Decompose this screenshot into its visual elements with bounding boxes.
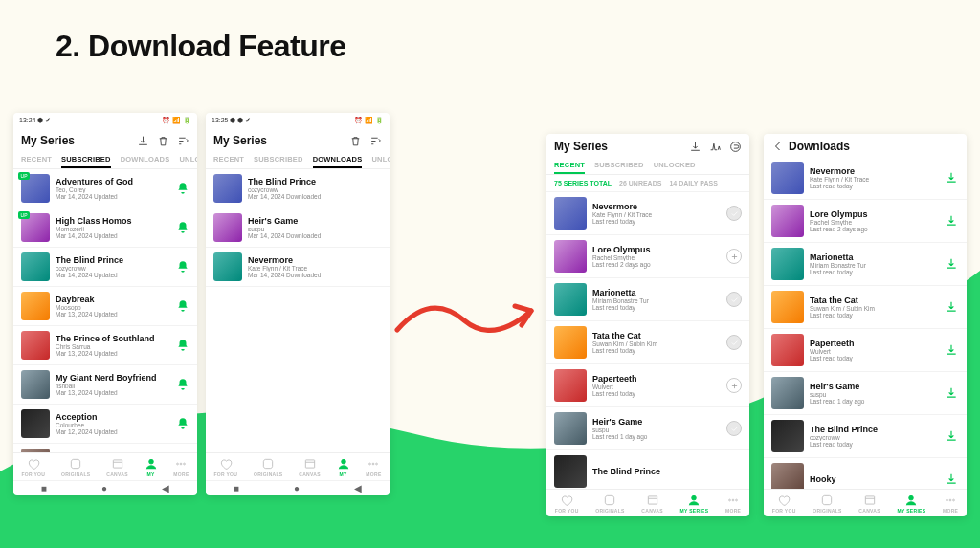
tab-subscribed[interactable]: SUBSCRIBED: [594, 157, 644, 174]
list-item[interactable]: Tata the CatSuwan Kim / Subin KimLast re…: [764, 286, 967, 329]
tab-recent[interactable]: RECENT: [554, 157, 585, 174]
download-icon[interactable]: [944, 428, 959, 444]
text-size-icon[interactable]: [709, 141, 722, 153]
top-tabs[interactable]: RECENT SUBSCRIBED DOWNLOADS UNLOCKED CRE…: [206, 151, 390, 169]
list-item[interactable]: Tata the CatSuwan Kim / Subin KimLast re…: [546, 321, 749, 364]
download-icon[interactable]: [944, 213, 959, 229]
download-icon[interactable]: [944, 299, 959, 315]
list-item[interactable]: MarionettaMíriam Bonastre TurLast read t…: [764, 243, 967, 286]
nav-for-you[interactable]: FOR YOU: [772, 493, 796, 514]
nav-originals[interactable]: ORIGINALS: [254, 457, 282, 477]
list-item[interactable]: My Giant Nerd BoyfriendfishballMar 13, 2…: [13, 365, 197, 405]
nav-for-you[interactable]: FOR YOU: [21, 457, 45, 477]
bottom-nav[interactable]: FOR YOU ORIGINALS CANVAS MY SERIES MORE: [546, 489, 749, 516]
bell-icon[interactable]: [176, 182, 189, 195]
download-icon[interactable]: [944, 256, 959, 272]
plus-icon[interactable]: [726, 249, 742, 264]
bell-icon[interactable]: [176, 299, 189, 313]
check-icon[interactable]: [726, 206, 742, 221]
list-item[interactable]: A Martial Master Wakes Up a..LICO kayage…: [13, 444, 197, 452]
list-item[interactable]: UPAdventures of GodTeo, CoreyMar 14, 202…: [13, 169, 197, 208]
download-icon[interactable]: [944, 170, 959, 186]
nav-canvas[interactable]: CANVAS: [858, 493, 880, 514]
list-item[interactable]: AcceptionColourbeeMar 12, 2024 Updated: [13, 405, 197, 444]
download-icon[interactable]: [944, 342, 959, 358]
list-item[interactable]: Lore OlympusRachel SmytheLast read 2 day…: [546, 235, 749, 278]
download-icon[interactable]: [137, 135, 149, 147]
tab-unlocked[interactable]: UNLOCKED: [179, 151, 197, 168]
list-item[interactable]: PaperteethWulvertLast read today: [546, 364, 749, 407]
bell-icon[interactable]: [176, 417, 189, 430]
nav-originals[interactable]: ORIGINALS: [595, 493, 624, 514]
series-list[interactable]: UPAdventures of GodTeo, CoreyMar 14, 202…: [13, 169, 197, 452]
chip-unreads[interactable]: 26 UNREADS: [619, 180, 661, 186]
list-item[interactable]: NevermoreKate Flynn / Kit TraceLast read…: [546, 192, 749, 235]
bottom-nav[interactable]: FOR YOU ORIGINALS CANVAS MY SERIES MORE: [764, 489, 967, 516]
sort-icon[interactable]: [369, 135, 382, 147]
list-item[interactable]: UPHigh Class HomosMomozeriiMar 14, 2024 …: [13, 208, 197, 248]
list-item[interactable]: Hooky: [764, 458, 967, 489]
tab-downloads[interactable]: DOWNLOADS: [313, 151, 363, 168]
bottom-nav[interactable]: FOR YOU ORIGINALS CANVAS MY MORE: [206, 452, 390, 480]
nav-more[interactable]: MORE: [943, 493, 958, 514]
android-nav[interactable]: ■●◀: [206, 480, 390, 495]
list-item[interactable]: Heir's GamesuspuLast read 1 day ago: [764, 372, 967, 415]
downloads-list[interactable]: NevermoreKate Flynn / Kit TraceLast read…: [764, 157, 967, 489]
tab-downloads[interactable]: DOWNLOADS: [121, 151, 170, 168]
coin-icon[interactable]: [729, 141, 742, 153]
android-nav[interactable]: ■●◀: [13, 480, 197, 495]
list-item[interactable]: MarionettaMíriam Bonastre TurLast read t…: [546, 278, 749, 321]
back-icon[interactable]: [771, 140, 785, 153]
check-icon[interactable]: [726, 335, 742, 350]
list-item[interactable]: Lore OlympusRachel SmytheLast read 2 day…: [764, 200, 967, 243]
list-item[interactable]: NevermoreKate Flynn / Kit TraceMar 14, 2…: [206, 248, 390, 287]
nav-for-you[interactable]: FOR YOU: [213, 457, 237, 477]
series-list[interactable]: The Blind PrincecozycrowwMar 14, 2024 Do…: [206, 169, 390, 452]
nav-canvas[interactable]: CANVAS: [299, 457, 321, 477]
nav-for-you[interactable]: FOR YOU: [555, 493, 579, 514]
tab-unlocked[interactable]: UNLOCKED: [654, 157, 696, 174]
download-icon[interactable]: [689, 141, 702, 153]
download-icon[interactable]: [944, 471, 959, 487]
list-item[interactable]: The Prince of SouthlandChris SarruaMar 1…: [13, 326, 197, 365]
list-item[interactable]: The Blind PrincecozycrowwMar 14, 2024 Do…: [206, 169, 390, 208]
list-item[interactable]: NevermoreKate Flynn / Kit TraceLast read…: [764, 157, 967, 200]
bell-icon[interactable]: [176, 221, 189, 234]
chip-dailypass[interactable]: 14 DAILY PASS: [669, 180, 717, 186]
download-icon[interactable]: [944, 385, 959, 401]
top-tabs[interactable]: RECENT SUBSCRIBED UNLOCKED: [546, 157, 749, 175]
bell-icon[interactable]: [176, 260, 189, 274]
nav-originals[interactable]: ORIGINALS: [813, 493, 841, 514]
tab-unlocked[interactable]: UNLOCKED: [371, 151, 390, 168]
nav-more[interactable]: MORE: [725, 493, 741, 514]
sort-icon[interactable]: [177, 135, 189, 147]
nav-more[interactable]: MORE: [366, 457, 381, 477]
tab-recent[interactable]: RECENT: [213, 151, 244, 168]
plus-icon[interactable]: [726, 378, 742, 393]
filter-chips[interactable]: 75 SERIES TOTAL 26 UNREADS 14 DAILY PASS: [546, 175, 749, 192]
trash-icon[interactable]: [349, 135, 362, 147]
top-tabs[interactable]: RECENT SUBSCRIBED DOWNLOADS UNLOCKED CR: [13, 151, 197, 169]
series-list[interactable]: NevermoreKate Flynn / Kit TraceLast read…: [546, 192, 749, 489]
nav-originals[interactable]: ORIGINALS: [61, 457, 90, 477]
check-icon[interactable]: [726, 421, 742, 436]
chip-total[interactable]: 75 SERIES TOTAL: [554, 180, 612, 186]
list-item[interactable]: The Blind PrincecozycrowwLast read today: [764, 415, 967, 458]
nav-my-series[interactable]: MY SERIES: [680, 493, 709, 514]
bottom-nav[interactable]: FOR YOU ORIGINALS CANVAS MY MORE: [13, 452, 197, 480]
trash-icon[interactable]: [157, 135, 169, 147]
list-item[interactable]: DaybreakMoosoppMar 13, 2024 Updated: [13, 287, 197, 326]
tab-subscribed[interactable]: SUBSCRIBED: [61, 151, 111, 168]
nav-my[interactable]: MY: [337, 457, 350, 477]
nav-my-series[interactable]: MY SERIES: [898, 493, 926, 514]
check-icon[interactable]: [726, 292, 742, 307]
list-item[interactable]: Heir's GamesuspuMar 14, 2024 Downloaded: [206, 208, 390, 248]
list-item[interactable]: PaperteethWulvertLast read today: [764, 329, 967, 372]
nav-canvas[interactable]: CANVAS: [106, 457, 128, 477]
list-item[interactable]: Heir's GamesuspuLast read 1 day ago: [546, 407, 749, 450]
nav-canvas[interactable]: CANVAS: [641, 493, 663, 514]
tab-recent[interactable]: RECENT: [21, 151, 52, 168]
list-item[interactable]: The Blind Prince: [546, 450, 749, 489]
list-item[interactable]: The Blind PrincecozycrowwMar 14, 2024 Up…: [13, 248, 197, 287]
nav-more[interactable]: MORE: [173, 457, 189, 477]
